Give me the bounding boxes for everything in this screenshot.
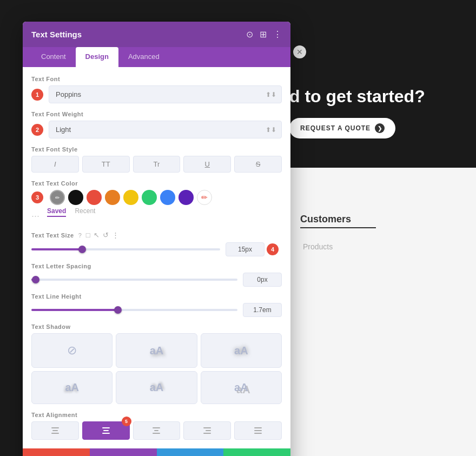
letter-spacing-label: Text Letter Spacing xyxy=(31,263,282,269)
customers-label: Customers xyxy=(300,214,351,225)
line-height-thumb[interactable] xyxy=(114,306,122,314)
tab-bar: Content Design Advanced xyxy=(23,47,290,67)
underline-button[interactable]: U xyxy=(183,156,231,173)
line-height-input[interactable] xyxy=(243,303,282,317)
saved-tab[interactable]: Saved xyxy=(47,207,66,217)
text-size-slider-row: 4 xyxy=(31,242,282,256)
reset-button[interactable]: ↺ xyxy=(90,448,157,456)
text-shadow-label: Text Shadow xyxy=(31,323,282,330)
align-left-button[interactable] xyxy=(31,421,79,440)
hero-text: d to get started? xyxy=(289,87,425,107)
close-x-icon[interactable]: ✕ xyxy=(293,45,306,58)
tab-advanced[interactable]: Advanced xyxy=(118,47,169,67)
letter-spacing-track[interactable] xyxy=(31,279,237,281)
modal-body: Text Font 1 Poppins ⬆⬇ Text Font Weight … xyxy=(23,67,290,448)
color-pen-button[interactable]: ✏ xyxy=(197,190,212,205)
more-size-icon[interactable]: ⋮ xyxy=(112,231,119,239)
redo-button[interactable]: ↻ xyxy=(157,448,224,456)
align-right-icon xyxy=(203,427,211,434)
shadow-text-4: aA xyxy=(150,381,164,394)
shadow-option-4[interactable]: aA xyxy=(116,371,197,404)
shadow-text-1: aA xyxy=(150,345,164,357)
text-size-thumb[interactable] xyxy=(78,246,86,253)
letter-spacing-input[interactable] xyxy=(243,273,282,287)
text-font-style-label: Text Font Style xyxy=(31,146,282,153)
shadow-option-5[interactable]: aA xyxy=(201,371,282,404)
shadow-option-3[interactable]: aA xyxy=(31,371,113,404)
color-swatch-red[interactable] xyxy=(87,190,102,205)
align-center-left-button[interactable]: 5 xyxy=(82,421,130,440)
tab-content[interactable]: Content xyxy=(31,47,76,67)
color-swatch-orange[interactable] xyxy=(105,190,120,205)
line-height-track[interactable] xyxy=(31,309,237,311)
align-center-left-icon xyxy=(102,427,110,434)
font-style-buttons: I TT Tr U S xyxy=(31,156,282,173)
text-font-row: 1 Poppins ⬆⬇ xyxy=(31,85,282,111)
color-swatch-yellow[interactable] xyxy=(123,190,138,205)
text-font-weight-select[interactable]: Light xyxy=(49,121,282,138)
save-button[interactable]: ✓ xyxy=(223,448,290,456)
text-font-label: Text Font xyxy=(31,76,282,82)
text-font-weight-row: 2 Light ⬆⬇ xyxy=(31,121,282,146)
step-1-badge: 1 xyxy=(31,89,43,101)
color-swatch-purple[interactable] xyxy=(178,190,194,205)
line-height-label: Text Line Height xyxy=(31,293,282,300)
letter-spacing-thumb[interactable] xyxy=(32,276,39,283)
text-font-select[interactable]: Poppins xyxy=(49,85,282,103)
line-height-fill xyxy=(31,309,118,311)
text-shadow-grid: ⊘ aA aA aA aA aA xyxy=(31,333,282,404)
align-center-icon xyxy=(153,427,160,434)
line-height-slider-row xyxy=(31,303,282,317)
columns-icon[interactable]: ⊞ xyxy=(260,29,267,39)
text-font-weight-label: Text Font Weight xyxy=(31,111,282,117)
shadow-text-3: aA xyxy=(65,381,79,394)
italic-button[interactable]: I xyxy=(31,156,79,173)
modal-header: Text Settings ⊙ ⊞ ⋮ xyxy=(23,22,290,47)
shadow-none[interactable]: ⊘ xyxy=(31,333,113,368)
tab-design[interactable]: Design xyxy=(76,47,118,67)
text-size-track[interactable] xyxy=(31,248,220,250)
align-center-button[interactable] xyxy=(133,421,181,440)
text-color-label: Text Text Color xyxy=(31,180,282,187)
cancel-button[interactable]: ✕ xyxy=(23,448,90,456)
header-icons: ⊙ ⊞ ⋮ xyxy=(246,29,282,39)
text-alignment-label: Text Alignment xyxy=(31,412,282,418)
recent-tab[interactable]: Recent xyxy=(75,207,95,217)
no-shadow-icon: ⊘ xyxy=(67,343,77,358)
size-help-icon[interactable]: ? xyxy=(78,232,82,239)
modal-title: Text Settings xyxy=(31,30,82,39)
more-options-icon[interactable]: ⋮ xyxy=(273,29,282,39)
letter-spacing-slider-row xyxy=(31,273,282,287)
size-icons: □ ↖ ↺ ⋮ xyxy=(86,231,119,239)
align-left-icon xyxy=(51,427,59,434)
cta-button[interactable]: REQUEST A QUOTE ❯ xyxy=(289,118,395,138)
more-colors-dots[interactable]: ··· xyxy=(31,210,39,222)
color-swatch-green[interactable] xyxy=(142,190,157,205)
text-size-label: Text Text Size xyxy=(31,232,74,239)
color-tabs: Saved Recent xyxy=(47,207,95,217)
modal-footer: ✕ ↺ ↻ ✓ xyxy=(23,448,290,456)
reset-size-icon[interactable]: ↺ xyxy=(103,231,109,239)
text-size-input[interactable] xyxy=(226,242,265,256)
strikethrough-button[interactable]: S xyxy=(234,156,282,173)
step-2-badge: 2 xyxy=(31,124,43,136)
products-label: Products xyxy=(303,242,333,251)
color-swatch-blue[interactable] xyxy=(160,190,175,205)
step-4-badge: 4 xyxy=(267,243,279,255)
align-justify-button[interactable] xyxy=(234,421,282,440)
shadow-option-2[interactable]: aA xyxy=(201,333,282,368)
shadow-text-2: aA xyxy=(234,345,248,357)
target-icon[interactable]: ⊙ xyxy=(246,29,253,39)
color-swatch-black[interactable] xyxy=(68,190,83,205)
bg-white-section xyxy=(287,168,476,456)
align-right-button[interactable] xyxy=(183,421,231,440)
cta-dot: ❯ xyxy=(375,123,385,133)
color-swatch-gray[interactable]: ✏ xyxy=(50,190,65,205)
shadow-option-1[interactable]: aA xyxy=(116,333,197,368)
cursor-icon[interactable]: ↖ xyxy=(94,231,100,239)
capitalize-button[interactable]: Tr xyxy=(133,156,181,173)
step-3-badge: 3 xyxy=(31,191,43,203)
uppercase-button[interactable]: TT xyxy=(82,156,130,173)
desktop-icon[interactable]: □ xyxy=(86,231,90,239)
text-settings-modal: Text Settings ⊙ ⊞ ⋮ Content Design Advan… xyxy=(23,22,290,456)
